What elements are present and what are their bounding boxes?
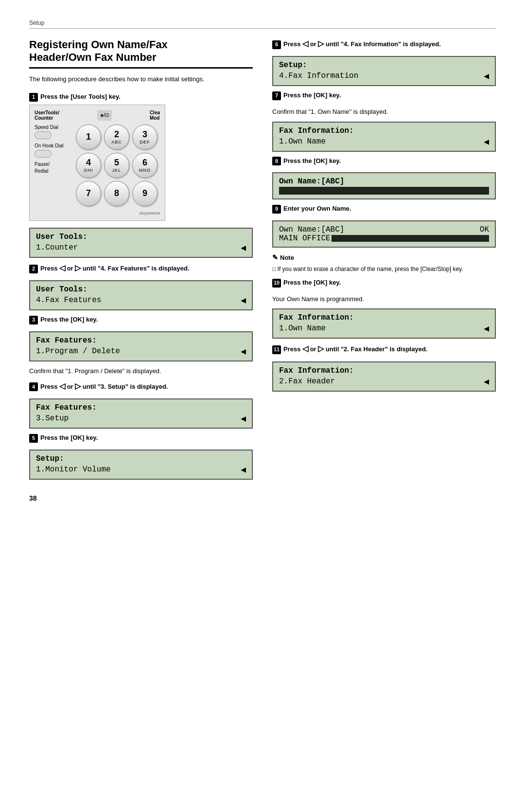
step-9-num: 9	[272, 205, 281, 214]
kb-btn-3[interactable]: 3 DEF	[132, 125, 158, 150]
lcd7-arrow: ◀	[484, 136, 489, 147]
step-7-text: Press the [OK] key.	[283, 91, 341, 100]
lcd-screen-3: Fax Features: 1.Program / Delete ◀	[29, 331, 253, 361]
kb-speed-dial: Speed Dial	[35, 125, 71, 130]
lcd-screen-10: Fax Information: 1.Own Name ◀	[272, 308, 496, 339]
step-1-num: 1	[29, 93, 38, 102]
step-8-text: Press the [OK] key.	[283, 157, 341, 165]
step-9-block: 9 Enter your Own Name.	[272, 204, 496, 214]
step-1-block: 1 Press the [User Tools] key. UserTools/…	[29, 92, 253, 221]
kb-btn-1[interactable]: 1	[76, 125, 101, 150]
step-6-block: 6 Press ◁ or ▷ until "4. Fax Information…	[272, 38, 496, 49]
kb-usertool-label: UserTools/	[35, 110, 59, 115]
lcd-screen-6: Setup: 4.Fax Information ◀	[272, 56, 496, 86]
lcd-screen-11: Fax Information: 2.Fax Header ◀	[272, 361, 496, 392]
lcd-screen-1: User Tools: 1.Counter ◀	[29, 228, 253, 258]
kb-btn-5[interactable]: 5 JKL	[104, 153, 129, 178]
kb-btn-8[interactable]: 8	[104, 181, 129, 206]
step3-confirm: Confirm that "1. Program / Delete" is di…	[29, 366, 253, 376]
lcd3-arrow: ◀	[241, 346, 246, 357]
lcd8-line1: Own Name:[ABC]	[279, 177, 489, 186]
page-number: 38	[29, 494, 253, 502]
step-2-num: 2	[29, 265, 38, 273]
lcd9-line2: MAIN OFFICE	[279, 234, 331, 243]
lcd1-line1: User Tools:	[36, 233, 246, 241]
lcd7-line2: 1.Own Name	[279, 137, 326, 146]
section-title: Registering Own Name/Fax Header/Own Fax …	[29, 38, 253, 69]
lcd10-arrow: ◀	[484, 323, 489, 334]
lcd9-cursor	[332, 235, 489, 242]
lcd-screen-8: Own Name:[ABC]	[272, 172, 496, 199]
setup-label: Setup	[29, 19, 496, 26]
left-column: Registering Own Name/Fax Header/Own Fax …	[29, 38, 253, 502]
step-4-block: 4 Press ◁ or ▷ until "3. Setup" is displ…	[29, 381, 253, 392]
step-6-label: 6 Press ◁ or ▷ until "4. Fax Information…	[272, 38, 496, 49]
kb-counter-label: Counter	[35, 115, 59, 121]
note-block: ✎ Note □ If you want to erase a characte…	[272, 253, 496, 273]
lcd1-arrow: ◀	[241, 242, 246, 253]
lcd2-arrow: ◀	[241, 295, 246, 306]
lcd9-line1: Own Name:[ABC]	[279, 225, 344, 234]
lcd2-line2: 4.Fax Features	[36, 296, 101, 305]
lcd8-input-bar	[279, 187, 489, 195]
lcd2-line1: User Tools:	[36, 285, 246, 294]
step-5-num: 5	[29, 434, 38, 443]
intro-text: The following procedure describes how to…	[29, 74, 253, 84]
step-5-text: Press the [OK] key.	[40, 433, 98, 442]
step10-confirm: Your Own Name is programmed.	[272, 294, 496, 304]
kb-btn-6[interactable]: 6 MNO	[132, 153, 158, 178]
step-7-label: 7 Press the [OK] key.	[272, 91, 496, 100]
kb-grid: 1 2 ABC 3 DEF 4 GHI	[76, 125, 158, 206]
kb-btn-4[interactable]: 4 GHI	[76, 153, 101, 178]
keyboard-diagram: UserTools/ Counter ◈/⊡ Clea Mod Speed Di…	[29, 105, 165, 221]
kb-btn-7[interactable]: 7	[76, 181, 101, 206]
lcd4-line2: 3.Setup	[36, 414, 69, 423]
lcd-screen-2: User Tools: 4.Fax Features ◀	[29, 280, 253, 310]
lcd9-ok: OK	[480, 225, 489, 234]
step-8-num: 8	[272, 157, 281, 165]
step-2-text: Press ◁ or ▷ until "4. Fax Features" is …	[40, 263, 190, 273]
lcd3-line2: 1.Program / Delete	[36, 347, 120, 356]
step-9-text: Enter your Own Name.	[283, 204, 351, 213]
step-2-label: 2 Press ◁ or ▷ until "4. Fax Features" i…	[29, 263, 253, 273]
step-10-num: 10	[272, 279, 281, 288]
lcd10-line2: 1.Own Name	[279, 324, 326, 333]
kb-icon: ◈/⊡	[100, 112, 109, 118]
step-6-text: Press ◁ or ▷ until "4. Fax Information" …	[283, 38, 441, 49]
step-5-block: 5 Press the [OK] key.	[29, 433, 253, 443]
step-8-block: 8 Press the [OK] key.	[272, 157, 496, 166]
step-5-label: 5 Press the [OK] key.	[29, 433, 253, 443]
lcd5-line1: Setup:	[36, 454, 246, 463]
step-11-label: 11 Press ◁ or ▷ until "2. Fax Header" is…	[272, 343, 496, 354]
note-label: Note	[280, 253, 294, 263]
step-3-block: 3 Press the [OK] key.	[29, 315, 253, 325]
step-10-block: 10 Press the [OK] key.	[272, 278, 496, 288]
note-text: □ If you want to erase a character of th…	[272, 265, 496, 273]
lcd6-line1: Setup:	[279, 61, 489, 70]
kb-modes-label: Mod	[150, 115, 160, 121]
kb-btn-2[interactable]: 2 ABC	[104, 125, 129, 150]
step-4-text: Press ◁ or ▷ until "3. Setup" is display…	[40, 381, 168, 392]
step-4-num: 4	[29, 382, 38, 391]
step-8-label: 8 Press the [OK] key.	[272, 157, 496, 166]
step-3-num: 3	[29, 316, 38, 325]
step-9-label: 9 Enter your Own Name.	[272, 204, 496, 214]
note-icon: ✎	[272, 253, 278, 263]
lcd7-line1: Fax Information:	[279, 126, 489, 135]
lcd-screen-7: Fax Information: 1.Own Name ◀	[272, 122, 496, 152]
kb-btn-9[interactable]: 9	[132, 181, 158, 206]
step-4-label: 4 Press ◁ or ▷ until "3. Setup" is displ…	[29, 381, 253, 392]
kb-clear-label: Clea	[150, 110, 160, 115]
kb-on-hook: On Hook Dial	[35, 143, 71, 148]
lcd10-line1: Fax Information:	[279, 313, 489, 322]
step-1-text: Press the [User Tools] key.	[40, 92, 121, 101]
kb-pause: Pause/	[35, 162, 71, 167]
step-10-text: Press the [OK] key.	[283, 278, 341, 287]
kb-redial: Redial	[35, 168, 71, 174]
lcd5-arrow: ◀	[241, 464, 246, 475]
lcd6-line2: 4.Fax Information	[279, 72, 358, 80]
lcd6-arrow: ◀	[484, 71, 489, 81]
right-column: 6 Press ◁ or ▷ until "4. Fax Information…	[272, 38, 496, 502]
step-6-num: 6	[272, 40, 281, 49]
lcd1-line2: 1.Counter	[36, 243, 78, 252]
